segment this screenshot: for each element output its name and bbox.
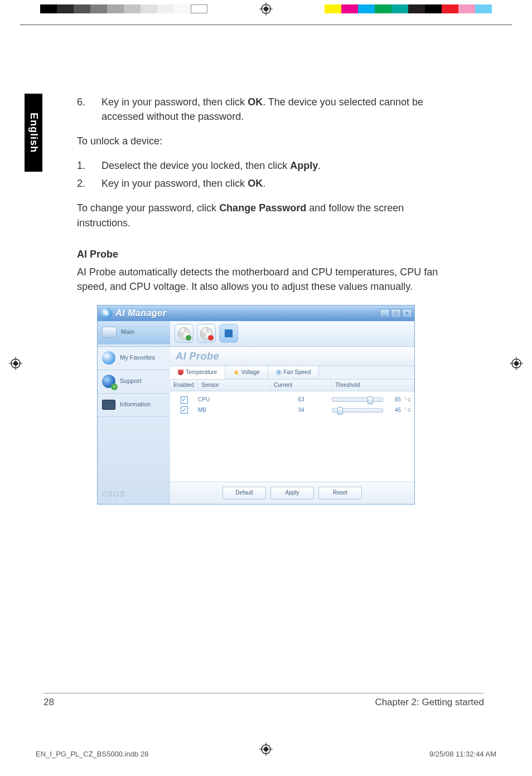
maximize-button[interactable]: □	[391, 309, 401, 318]
list-body: Key in your password, then click OK. The…	[101, 95, 439, 124]
ai-probe-description: AI Probe automatically detects the mothe…	[77, 265, 439, 294]
registration-mark-top-icon	[259, 2, 273, 16]
asus-logo: /ISUS	[98, 484, 170, 504]
page-content: 6. Key in your password, then click OK. …	[77, 95, 439, 505]
ai-disk-button[interactable]	[175, 324, 194, 343]
language-tab: English	[25, 94, 42, 172]
document-footer: EN_I_PG_PL_CZ_BS5000.indb 28 9/25/08 11:…	[36, 750, 496, 758]
col-current: Current	[270, 380, 332, 391]
enable-checkbox[interactable]: ✓	[181, 396, 188, 404]
unlock-heading: To unlock a device:	[77, 134, 439, 148]
list-number: 1.	[77, 158, 101, 173]
titlebar: a AI Manager _ □ ×	[98, 305, 414, 321]
reset-button[interactable]: Reset	[318, 487, 362, 499]
threshold-slider[interactable]	[332, 408, 383, 413]
unit-label: ° C	[404, 396, 414, 404]
chip-icon	[225, 329, 233, 337]
window-title: AI Manager	[115, 307, 166, 319]
unlock-dot-icon	[186, 335, 191, 341]
page-number: 28	[43, 697, 54, 708]
folder-icon	[102, 327, 117, 338]
sensor-name: MB	[198, 406, 270, 415]
enable-checkbox[interactable]: ✓	[181, 406, 188, 414]
nav-label: My Favorites	[120, 353, 155, 362]
main-pane: AI Probe Temperature Voltage Fan Speed E…	[170, 347, 414, 504]
ai-probe-button[interactable]	[219, 324, 238, 343]
list-body: Deselect the device you locked, then cli…	[101, 158, 439, 173]
nav-main[interactable]: Main	[98, 321, 170, 345]
col-sensor: Sensor	[198, 380, 270, 391]
threshold-value: 45	[389, 406, 401, 415]
monitor-icon	[102, 400, 115, 410]
app-logo-icon: a	[101, 308, 112, 319]
tab-label: Fan Speed	[284, 368, 311, 377]
nav-label: Information	[120, 400, 151, 409]
ai-probe-heading: AI Probe	[77, 247, 439, 261]
current-value: 63	[270, 396, 332, 404]
registration-mark-right-icon	[510, 357, 523, 370]
col-threshold: Threshold	[332, 380, 414, 391]
toolbar: Main	[98, 321, 414, 347]
bolt-icon	[233, 370, 239, 375]
globe-icon	[102, 375, 115, 388]
list-body: Key in your password, then click OK.	[101, 176, 439, 191]
footer-rule	[43, 693, 484, 693]
tab-label: Temperature	[186, 368, 217, 377]
nav-label: Support	[120, 377, 142, 386]
tab-label: Voltage	[241, 368, 259, 377]
tab-temperature[interactable]: Temperature	[170, 366, 225, 379]
threshold-value: 65	[389, 396, 401, 404]
apply-button[interactable]: Apply	[270, 487, 314, 499]
col-enabled: Enabled	[170, 380, 198, 391]
chapter-label: Chapter 2: Getting started	[375, 697, 484, 708]
list-number: 2.	[77, 176, 101, 191]
default-button[interactable]: Default	[223, 487, 266, 499]
footer-datetime: 9/25/08 11:32:44 AM	[429, 750, 496, 758]
ai-manager-window: a AI Manager _ □ × Main	[97, 305, 415, 505]
minimize-button[interactable]: _	[380, 309, 390, 318]
pane-title: AI Probe	[170, 347, 414, 366]
fan-icon	[276, 370, 282, 375]
current-value: 34	[270, 406, 332, 415]
registration-mark-left-icon	[9, 357, 22, 370]
ai-security-button[interactable]	[197, 324, 216, 343]
table-row: ✓CPU6365° C	[170, 395, 414, 405]
table-row: ✓MB3445° C	[170, 405, 414, 416]
grid-body: ✓CPU6365° C✓MB3445° C	[170, 391, 414, 482]
threshold-slider[interactable]	[332, 397, 383, 402]
nav-favorites[interactable]: My Favorites	[98, 347, 170, 370]
close-button[interactable]: ×	[402, 309, 412, 318]
footer-filename: EN_I_PG_PL_CZ_BS5000.indb 28	[36, 750, 148, 758]
nav-support[interactable]: Support	[98, 370, 170, 394]
change-password-paragraph: To change your password, click Change Pa…	[77, 201, 439, 230]
tab-fan-speed[interactable]: Fan Speed	[268, 366, 320, 379]
thermometer-icon	[178, 370, 183, 375]
lock-dot-icon	[208, 335, 214, 341]
nav-label: Main	[121, 328, 134, 337]
grid-header: Enabled Sensor Current Threshold	[170, 380, 414, 392]
list-number: 6.	[77, 95, 101, 124]
nav-information[interactable]: Information	[98, 394, 170, 417]
sensor-name: CPU	[198, 396, 270, 404]
favorites-icon	[102, 351, 115, 365]
crop-rule-top	[20, 25, 512, 25]
tab-voltage[interactable]: Voltage	[225, 366, 268, 379]
probe-tabs: Temperature Voltage Fan Speed	[170, 366, 414, 380]
unit-label: ° C	[404, 406, 414, 414]
side-nav: My Favorites Support Information /ISUS	[98, 347, 170, 504]
button-bar: Default Apply Reset	[170, 482, 414, 504]
